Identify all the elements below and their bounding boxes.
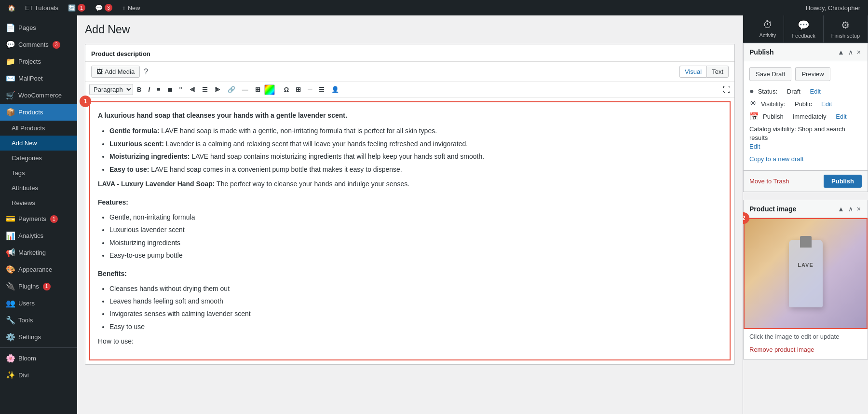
publish-time-edit-link[interactable]: Edit	[836, 113, 846, 120]
publish-value: immediately	[793, 113, 826, 120]
admin-bar-updates[interactable]: 🔄 1	[64, 0, 89, 15]
activity-icon: ⏱	[763, 19, 773, 30]
link-button[interactable]: 🔗	[225, 84, 238, 95]
sidebar-item-all-products[interactable]: All Products	[0, 121, 77, 136]
publish-button[interactable]: Publish	[824, 175, 862, 188]
sidebar-item-mailpoet[interactable]: ✉️ MailPoet	[0, 70, 77, 87]
publish-panel-footer: Move to Trash Publish	[744, 170, 868, 192]
list-item: Easy to use	[109, 321, 722, 332]
feedback-button[interactable]: 💬 Feedback	[784, 15, 823, 42]
list-item: Leaves hands feeling soft and smooth	[109, 296, 722, 306]
ordered-list-button[interactable]: ≣	[164, 84, 176, 95]
align-center-button[interactable]: ☰	[199, 84, 211, 95]
copy-draft-link[interactable]: Copy to a new draft	[749, 155, 862, 163]
visual-text-tabs: Visual Text	[679, 66, 729, 78]
publish-panel-collapse-btn[interactable]: ▲	[837, 47, 845, 57]
bold-button[interactable]: B	[134, 84, 144, 95]
blockquote-button[interactable]: "	[176, 84, 185, 95]
list-item: Gentle, non-irritating formula	[109, 212, 722, 222]
sidebar-item-payments[interactable]: 💳 Payments 1	[0, 210, 77, 227]
align-right-button[interactable]: ⫸	[212, 84, 224, 95]
product-image-caption: Click the image to edit or update	[744, 329, 868, 344]
move-trash-link[interactable]: Move to Trash	[749, 178, 789, 185]
person-button[interactable]: 👤	[328, 84, 342, 95]
status-edit-link[interactable]: Edit	[810, 88, 821, 95]
text-tab[interactable]: Text	[706, 66, 729, 78]
sidebar-item-add-new[interactable]: Add New	[0, 136, 77, 151]
table-button[interactable]: ⊞	[293, 84, 304, 95]
toolbar-toggle-button[interactable]: ⊞	[252, 84, 263, 95]
finish-setup-button[interactable]: ⚙ Finish setup	[824, 15, 868, 42]
product-image-wrapper[interactable]: 2 LAVE	[744, 218, 868, 329]
sidebar-item-label: Pages	[18, 24, 36, 31]
fullscreen-button[interactable]: ⛶	[723, 85, 731, 94]
visibility-meta: 👁 Visibility: Public Edit	[749, 99, 862, 108]
list-item: Easy-to-use pump bottle	[109, 250, 722, 261]
divi-icon: ✨	[6, 371, 14, 380]
publish-panel-header: Publish ▲ ∧ ×	[744, 43, 868, 61]
visual-tab[interactable]: Visual	[679, 66, 706, 78]
editor-bullets-1: Gentle formula: LAVE hand soap is made w…	[109, 125, 722, 175]
save-draft-button[interactable]: Save Draft	[749, 67, 791, 81]
sidebar-item-woocommerce[interactable]: 🛒 WooCommerce	[0, 87, 77, 104]
product-image[interactable]: LAVE	[744, 218, 868, 329]
sidebar-item-label: Appearance	[18, 266, 52, 273]
benefits-list: Cleanses hands without drying them out L…	[109, 283, 722, 332]
hr-button[interactable]: ─	[305, 84, 315, 95]
italic-button[interactable]: I	[145, 84, 153, 95]
editor-product-line: LAVA - Luxury Lavender Hand Soap: The pe…	[98, 179, 722, 189]
product-image-chevron-btn[interactable]: ∧	[847, 204, 854, 214]
sidebar-item-label: MailPoet	[18, 75, 43, 82]
paragraph-select[interactable]: Paragraph	[89, 84, 133, 95]
product-image-collapse-btn[interactable]: ▲	[837, 204, 845, 214]
product-image-close-btn[interactable]: ×	[856, 204, 862, 214]
sidebar-item-bloom[interactable]: 🌸 Bloom	[0, 350, 77, 367]
publish-panel-chevron-btn[interactable]: ∧	[847, 47, 854, 57]
sidebar-item-label: Products	[18, 109, 43, 116]
benefits-heading: Benefits:	[98, 268, 722, 279]
admin-bar-comments[interactable]: 💬 3	[91, 0, 116, 15]
sidebar-item-plugins[interactable]: 🔌 Plugins 1	[0, 278, 77, 295]
finish-setup-label: Finish setup	[831, 33, 860, 39]
visibility-edit-link[interactable]: Edit	[821, 100, 832, 108]
sidebar-item-pages[interactable]: 📄 Pages	[0, 19, 77, 36]
preview-button[interactable]: Preview	[795, 67, 830, 81]
publish-panel-title: Publish	[749, 48, 774, 56]
add-media-button[interactable]: 🖼 Add Media	[91, 66, 140, 78]
insert-more-button[interactable]: —	[239, 84, 251, 95]
sidebar-item-products[interactable]: 📦 Products	[0, 104, 77, 121]
list-item: Invigorates senses with calming lavender…	[109, 308, 722, 319]
marketing-icon: 📢	[6, 248, 14, 257]
align-left-button[interactable]: ⫷	[186, 84, 198, 95]
admin-bar-new[interactable]: + New	[118, 0, 144, 15]
help-icon[interactable]: ?	[144, 68, 148, 76]
sidebar-item-analytics[interactable]: 📊 Analytics	[0, 227, 77, 244]
sidebar-item-tools[interactable]: 🔧 Tools	[0, 312, 77, 329]
color-picker-button[interactable]	[264, 84, 275, 95]
align-justify-button[interactable]: ☰	[316, 84, 327, 95]
special-char-button[interactable]: Ω	[281, 84, 292, 95]
sidebar-item-label: Settings	[18, 333, 41, 341]
sidebar-item-label: WooCommerce	[18, 92, 62, 99]
sidebar-item-users[interactable]: 👥 Users	[0, 295, 77, 312]
sidebar-item-divi[interactable]: ✨ Divi	[0, 367, 77, 384]
admin-bar-wp-logo[interactable]: 🏠	[4, 0, 19, 15]
remove-product-image-link[interactable]: Remove product image	[744, 344, 868, 359]
catalog-edit-link[interactable]: Edit	[749, 143, 760, 150]
sidebar-item-appearance[interactable]: 🎨 Appearance	[0, 261, 77, 278]
sidebar-item-categories[interactable]: Categories	[0, 151, 77, 166]
unordered-list-button[interactable]: ≡	[154, 84, 163, 95]
sidebar-item-reviews[interactable]: Reviews	[0, 195, 77, 210]
sidebar-item-label: Categories	[12, 154, 42, 162]
editor-content[interactable]: A luxurious hand soap that cleanses your…	[89, 101, 731, 360]
sidebar-item-settings[interactable]: ⚙️ Settings	[0, 329, 77, 345]
visibility-label: Visibility:	[761, 100, 785, 108]
sidebar-item-projects[interactable]: 📁 Projects	[0, 53, 77, 70]
sidebar-item-attributes[interactable]: Attributes	[0, 180, 77, 195]
publish-panel-close-btn[interactable]: ×	[856, 47, 862, 57]
sidebar-item-tags[interactable]: Tags	[0, 166, 77, 180]
admin-bar-site[interactable]: ET Tutorials	[21, 0, 62, 15]
sidebar-item-marketing[interactable]: 📢 Marketing	[0, 244, 77, 261]
activity-button[interactable]: ⏱ Activity	[752, 15, 785, 42]
sidebar-item-comments[interactable]: 💬 Comments 3	[0, 36, 77, 53]
